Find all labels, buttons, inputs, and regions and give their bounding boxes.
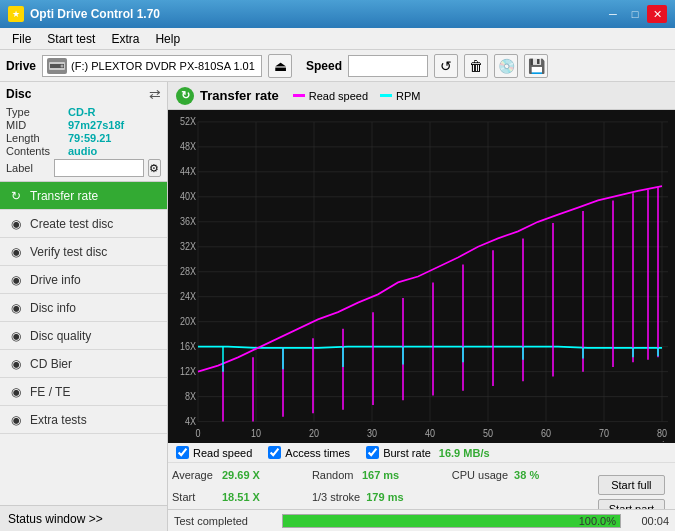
stat-row-average: Average 29.69 X <box>172 465 312 485</box>
chart-title: Transfer rate <box>200 88 279 103</box>
drive-icon <box>47 58 67 74</box>
close-button[interactable]: ✕ <box>647 5 667 23</box>
progress-percent: 100.0% <box>579 515 616 527</box>
maximize-button[interactable]: □ <box>625 5 645 23</box>
menu-help[interactable]: Help <box>147 30 188 48</box>
read-speed-checkbox-label: Read speed <box>193 447 252 459</box>
nav-label-transfer-rate: Transfer rate <box>30 189 98 203</box>
status-time: 00:04 <box>629 515 669 527</box>
svg-text:60: 60 <box>541 427 551 439</box>
svg-text:70: 70 <box>599 427 609 439</box>
nav-item-disc-quality[interactable]: ◉ Disc quality <box>0 322 167 350</box>
menu-start-test[interactable]: Start test <box>39 30 103 48</box>
svg-text:30: 30 <box>367 427 377 439</box>
verify-test-disc-icon: ◉ <box>8 244 24 260</box>
nav-label-fe-te: FE / TE <box>30 385 70 399</box>
svg-text:44X: 44X <box>180 166 196 178</box>
menu-file[interactable]: File <box>4 30 39 48</box>
nav-item-transfer-rate[interactable]: ↻ Transfer rate <box>0 182 167 210</box>
svg-text:0: 0 <box>195 427 200 439</box>
start-value: 18.51 X <box>222 491 276 503</box>
svg-text:50: 50 <box>483 427 493 439</box>
checkboxes-row: Read speed Access times Burst rate 16.9 … <box>168 443 675 463</box>
nav-label-extra-tests: Extra tests <box>30 413 87 427</box>
stat-row-cpu: CPU usage 38 % <box>452 465 592 485</box>
nav-label-disc-quality: Disc quality <box>30 329 91 343</box>
nav-item-verify-test-disc[interactable]: ◉ Verify test disc <box>0 238 167 266</box>
legend-rpm-label: RPM <box>396 90 420 102</box>
read-speed-checkbox[interactable] <box>176 446 189 459</box>
nav-item-fe-te[interactable]: ◉ FE / TE <box>0 378 167 406</box>
svg-text:28X: 28X <box>180 266 196 278</box>
status-window-button[interactable]: Status window >> <box>0 505 167 531</box>
type-value: CD-R <box>68 106 96 118</box>
drive-selector[interactable]: (F:) PLEXTOR DVDR PX-810SA 1.01 <box>42 55 262 77</box>
contents-value: audio <box>68 145 97 157</box>
access-times-checkbox-item: Access times <box>268 446 350 459</box>
disc-info-icon: ◉ <box>8 300 24 316</box>
svg-text:52X: 52X <box>180 116 196 128</box>
nav-item-cd-bier[interactable]: ◉ CD Bier <box>0 350 167 378</box>
svg-rect-3 <box>168 110 675 443</box>
mid-value: 97m27s18f <box>68 119 124 131</box>
title-bar-controls: ─ □ ✕ <box>603 5 667 23</box>
sidebar: Disc ⇄ Type CD-R MID 97m27s18f Length 79… <box>0 82 168 531</box>
mid-label: MID <box>6 119 68 131</box>
length-label: Length <box>6 132 68 144</box>
disc-panel-arrow[interactable]: ⇄ <box>149 86 161 102</box>
stat-row-start: Start 18.51 X <box>172 487 312 507</box>
svg-text:8X: 8X <box>185 390 196 402</box>
create-test-disc-icon: ◉ <box>8 216 24 232</box>
nav-item-drive-info[interactable]: ◉ Drive info <box>0 266 167 294</box>
nav-item-create-test-disc[interactable]: ◉ Create test disc <box>0 210 167 238</box>
main-layout: Disc ⇄ Type CD-R MID 97m27s18f Length 79… <box>0 82 675 531</box>
eject-button[interactable]: ⏏ <box>268 54 292 78</box>
progress-bar-fill <box>283 515 620 527</box>
svg-text:4X: 4X <box>185 415 196 427</box>
refresh-button[interactable]: ↺ <box>434 54 458 78</box>
svg-text:16X: 16X <box>180 340 196 352</box>
nav-item-extra-tests[interactable]: ◉ Extra tests <box>0 406 167 434</box>
cd-bier-icon: ◉ <box>8 356 24 372</box>
nav-item-disc-info[interactable]: ◉ Disc info <box>0 294 167 322</box>
app-icon: ★ <box>8 6 24 22</box>
start-full-button[interactable]: Start full <box>598 475 665 495</box>
burn-button[interactable]: 💿 <box>494 54 518 78</box>
menu-bar: File Start test Extra Help <box>0 28 675 50</box>
length-value: 79:59.21 <box>68 132 111 144</box>
content-area: ↻ Transfer rate Read speed RPM <box>168 82 675 531</box>
onethird-value: 179 ms <box>366 491 420 503</box>
chart-header: ↻ Transfer rate Read speed RPM <box>168 82 675 110</box>
nav-label-create-test-disc: Create test disc <box>30 217 113 231</box>
minimize-button[interactable]: ─ <box>603 5 623 23</box>
drive-bar: Drive (F:) PLEXTOR DVDR PX-810SA 1.01 ⏏ … <box>0 50 675 82</box>
burst-rate-checkbox-item: Burst rate 16.9 MB/s <box>366 446 489 459</box>
svg-text:36X: 36X <box>180 216 196 228</box>
legend-cyan-dot <box>380 94 392 97</box>
read-speed-checkbox-item: Read speed <box>176 446 252 459</box>
disc-label-gear[interactable]: ⚙ <box>148 159 161 177</box>
speed-selector[interactable] <box>348 55 428 77</box>
start-label: Start <box>172 491 216 503</box>
title-bar: ★ Opti Drive Control 1.70 ─ □ ✕ <box>0 0 675 28</box>
save-button[interactable]: 💾 <box>524 54 548 78</box>
access-times-checkbox[interactable] <box>268 446 281 459</box>
svg-text:40X: 40X <box>180 191 196 203</box>
drive-label: Drive <box>6 59 36 73</box>
fe-te-icon: ◉ <box>8 384 24 400</box>
svg-text:min: min <box>655 439 669 443</box>
menu-extra[interactable]: Extra <box>103 30 147 48</box>
status-window-label: Status window >> <box>8 512 103 526</box>
drive-info-icon: ◉ <box>8 272 24 288</box>
erase-button[interactable]: 🗑 <box>464 54 488 78</box>
burst-rate-checkbox[interactable] <box>366 446 379 459</box>
cpu-value: 38 % <box>514 469 568 481</box>
disc-label-input[interactable] <box>54 159 144 177</box>
chart-header-icon: ↻ <box>176 87 194 105</box>
average-label: Average <box>172 469 216 481</box>
disc-quality-icon: ◉ <box>8 328 24 344</box>
svg-text:10: 10 <box>251 427 261 439</box>
nav-label-drive-info: Drive info <box>30 273 81 287</box>
contents-label: Contents <box>6 145 68 157</box>
app-title: Opti Drive Control 1.70 <box>30 7 160 21</box>
